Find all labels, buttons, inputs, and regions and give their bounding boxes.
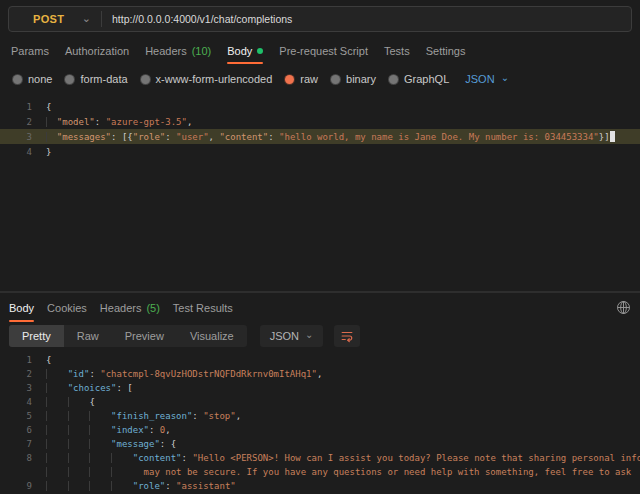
line-number: 4 [0,147,32,157]
request-body-editor[interactable]: 1{2 "model": "azure-gpt-3.5",3 "messages… [0,94,640,292]
wrap-text-icon [340,329,354,343]
body-type-selector: noneform-datax-www-form-urlencodedrawbin… [0,64,640,94]
body-type-option-none[interactable]: none [13,73,52,85]
code-line[interactable]: 3 "messages": [{"role": "user", "content… [0,129,640,144]
line-number: 7 [0,439,32,449]
tab-count-badge: (10) [192,45,212,57]
tab-label: Body [9,302,34,314]
tab-label: Headers [145,45,187,57]
tab-label: Body [227,45,252,57]
code-line: 4 { [0,395,640,409]
code-text: "message": { [46,439,640,449]
tab-body[interactable]: Body [227,38,263,64]
code-text: { [46,397,640,407]
body-type-option-form-data[interactable]: form-data [65,73,127,85]
radio-unselected-icon [331,75,340,84]
wrap-text-button[interactable] [334,325,360,347]
chevron-down-icon: ⌄ [82,13,91,24]
chevron-down-icon: ⌄ [305,330,313,340]
view-tab-pretty[interactable]: Pretty [9,325,64,347]
line-number: 3 [0,383,32,393]
network-globe-icon[interactable] [616,300,631,315]
radio-unselected-icon [13,75,22,84]
raw-format-dropdown[interactable]: JSON ⌄ [465,73,509,85]
view-tab-visualize[interactable]: Visualize [177,325,247,347]
code-line[interactable]: 2 "model": "azure-gpt-3.5", [0,114,640,129]
tab-label: Headers [100,302,142,314]
code-line[interactable]: 1{ [0,99,640,114]
url-input[interactable] [112,13,631,25]
code-line: 7 "message": { [0,437,640,451]
tab-label: Authorization [65,45,129,57]
code-text: "content": "Hello <PERSON>! How can I as… [46,453,640,463]
tab-authorization[interactable]: Authorization [65,38,129,64]
tab-label: Settings [426,45,466,57]
code-line: 3 "choices": [ [0,381,640,395]
body-type-label: none [28,73,52,85]
line-number: 1 [0,355,32,365]
response-view-bar: PrettyRawPreviewVisualize JSON ⌄ [0,322,640,349]
body-type-option-raw[interactable]: raw [285,73,318,85]
tab-body[interactable]: Body [9,293,34,322]
radio-selected-icon [285,75,294,84]
code-text: { [46,102,640,112]
request-url-bar: POST ⌄ [0,0,640,38]
tab-test-results[interactable]: Test Results [173,293,233,322]
body-type-option-x-www-form-urlencoded[interactable]: x-www-form-urlencoded [141,73,273,85]
tab-pre-request-script[interactable]: Pre-request Script [279,38,368,64]
body-type-label: form-data [80,73,127,85]
view-tab-raw[interactable]: Raw [64,325,112,347]
tab-label: Pre-request Script [279,45,368,57]
radio-unselected-icon [65,75,74,84]
line-number: 9 [0,481,32,491]
response-format-dropdown[interactable]: JSON ⌄ [260,325,324,347]
view-tab-preview[interactable]: Preview [112,325,177,347]
body-type-label: GraphQL [404,73,449,85]
code-text: "finish_reason": "stop", [46,411,640,421]
method-selector[interactable]: POST ⌄ [9,7,101,31]
code-text: "messages": [{"role": "user", "content":… [46,131,640,142]
tab-settings[interactable]: Settings [426,38,466,64]
response-tabs: BodyCookiesHeaders(5)Test Results [0,293,640,322]
chevron-down-icon: ⌄ [501,73,509,83]
response-view-tabs: PrettyRawPreviewVisualize [9,325,247,347]
response-body-editor: 1{2 "id": "chatcmpl-8qvUzHODstrNQFDdRkrn… [0,349,640,494]
code-line: 2 "id": "chatcmpl-8qvUzHODstrNQFDdRkrnv0… [0,367,640,381]
code-text: { [46,355,640,365]
code-line: 5 "finish_reason": "stop", [0,409,640,423]
tab-tests[interactable]: Tests [384,38,410,64]
code-text: } [46,147,640,157]
tab-label: Test Results [173,302,233,314]
tab-label: Params [11,45,49,57]
method-label: POST [33,13,64,25]
code-line[interactable]: 4} [0,144,640,159]
tab-count-badge: (5) [146,302,159,314]
url-box: POST ⌄ [8,6,632,32]
radio-unselected-icon [141,75,150,84]
body-type-option-graphql[interactable]: GraphQL [389,73,449,85]
response-format-label: JSON [270,330,299,342]
request-tabs: ParamsAuthorizationHeaders(10)BodyPre-re… [0,38,640,64]
code-text: "model": "azure-gpt-3.5", [46,117,640,127]
line-number: 6 [0,425,32,435]
code-text: "id": "chatcmpl-8qvUzHODstrNQFDdRkrnv0mI… [46,369,640,379]
line-number: 4 [0,397,32,407]
code-text: "choices": [ [46,383,640,393]
tab-params[interactable]: Params [11,38,49,64]
code-line: 1{ [0,353,640,367]
unsaved-changes-dot [257,48,263,54]
line-number: 2 [0,369,32,379]
code-text: "role": "assistant" [46,481,640,491]
line-number: 8 [0,453,32,463]
body-type-label: x-www-form-urlencoded [156,73,273,85]
tab-label: Tests [384,45,410,57]
tab-cookies[interactable]: Cookies [47,293,87,322]
tab-headers[interactable]: Headers(5) [100,293,160,322]
tab-headers[interactable]: Headers(10) [145,38,211,64]
body-type-option-binary[interactable]: binary [331,73,376,85]
radio-unselected-icon [389,75,398,84]
code-line: 6 "index": 0, [0,423,640,437]
tab-label: Cookies [47,302,87,314]
code-line: 9 "role": "assistant" [0,479,640,493]
code-text: "index": 0, [46,425,640,435]
